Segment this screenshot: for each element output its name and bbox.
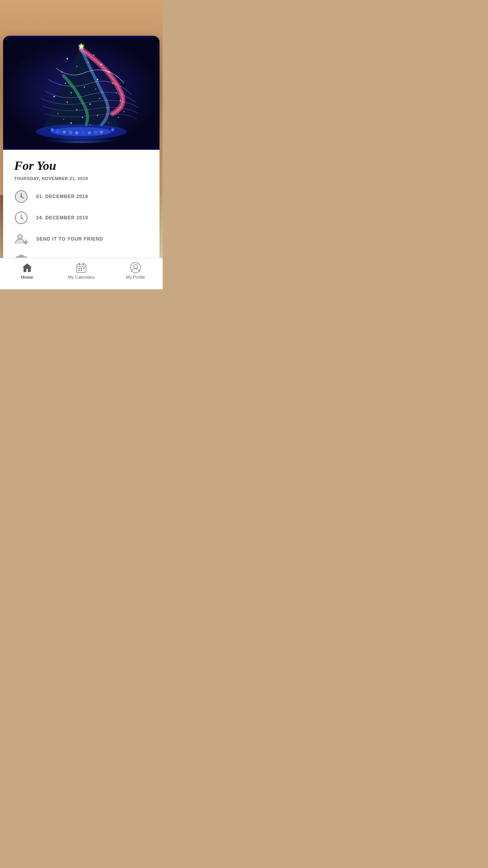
svg-point-13 xyxy=(88,62,89,63)
svg-point-26 xyxy=(76,109,77,110)
svg-point-31 xyxy=(97,115,98,116)
tab-calendars-label: My Calendars xyxy=(68,275,95,280)
tab-calendars[interactable]: My Calendars xyxy=(66,262,97,280)
christmas-tree-svg xyxy=(3,36,160,150)
svg-point-7 xyxy=(67,58,68,60)
svg-point-33 xyxy=(118,117,119,118)
tab-home-label: Home xyxy=(21,275,33,280)
svg-rect-76 xyxy=(78,270,80,271)
action-item-date2[interactable]: 24. DECEMBER 2019 xyxy=(14,211,149,225)
svg-point-14 xyxy=(97,79,98,80)
action-label-date2: 24. DECEMBER 2019 xyxy=(36,215,88,221)
tab-bar: Home My Calendars xyxy=(0,258,163,289)
svg-rect-75 xyxy=(83,268,84,269)
svg-point-21 xyxy=(53,96,55,97)
action-item-date1[interactable]: 01. DECEMBER 2019 xyxy=(14,189,149,204)
svg-point-15 xyxy=(65,83,66,84)
content-wrapper: For You THURSDAY, NOVEMBER 21, 2019 01. … xyxy=(0,36,163,285)
action-item-send[interactable]: SEND IT TO YOUR FRIEND xyxy=(14,232,149,246)
tab-profile-label: My Profile xyxy=(126,275,145,280)
svg-point-25 xyxy=(89,103,91,105)
svg-point-12 xyxy=(76,66,77,67)
svg-point-55 xyxy=(20,196,22,197)
svg-point-16 xyxy=(112,83,114,84)
tab-profile[interactable]: My Profile xyxy=(120,262,151,280)
card-date-label: THURSDAY, NOVEMBER 21, 2019 xyxy=(14,176,149,181)
svg-point-59 xyxy=(20,217,22,219)
svg-point-49 xyxy=(111,128,114,131)
svg-point-27 xyxy=(106,107,108,109)
card-title: For You xyxy=(14,158,149,173)
svg-point-50 xyxy=(32,129,130,143)
svg-point-29 xyxy=(123,111,125,112)
add-friend-icon xyxy=(14,232,28,246)
calendar-icon xyxy=(76,262,87,273)
svg-point-17 xyxy=(71,92,72,94)
svg-point-11 xyxy=(108,71,110,73)
svg-point-34 xyxy=(70,122,72,124)
svg-rect-65 xyxy=(19,255,23,257)
tab-home[interactable]: Home xyxy=(11,262,43,280)
action-label-date1: 01. DECEMBER 2019 xyxy=(36,194,88,199)
svg-point-30 xyxy=(82,117,83,118)
svg-point-8 xyxy=(93,54,94,55)
profile-icon xyxy=(130,262,141,273)
svg-point-23 xyxy=(67,101,68,103)
svg-rect-74 xyxy=(81,268,82,269)
action-label-send: SEND IT TO YOUR FRIEND xyxy=(36,236,103,242)
svg-rect-73 xyxy=(78,268,80,269)
svg-point-9 xyxy=(101,64,102,65)
clock-icon xyxy=(14,189,28,204)
svg-rect-77 xyxy=(81,270,82,271)
svg-point-28 xyxy=(57,113,59,114)
main-card: For You THURSDAY, NOVEMBER 21, 2019 01. … xyxy=(3,36,160,285)
clock-outline-icon xyxy=(14,211,28,225)
card-image xyxy=(3,36,160,150)
svg-point-32 xyxy=(63,119,64,120)
svg-point-10 xyxy=(61,72,62,73)
svg-point-20 xyxy=(95,88,96,90)
svg-point-19 xyxy=(84,86,85,88)
svg-point-18 xyxy=(116,92,117,94)
svg-point-60 xyxy=(18,234,22,239)
home-icon xyxy=(22,262,33,273)
svg-point-35 xyxy=(108,122,110,123)
svg-point-22 xyxy=(120,100,121,101)
svg-point-79 xyxy=(134,265,138,268)
svg-point-24 xyxy=(99,98,100,99)
